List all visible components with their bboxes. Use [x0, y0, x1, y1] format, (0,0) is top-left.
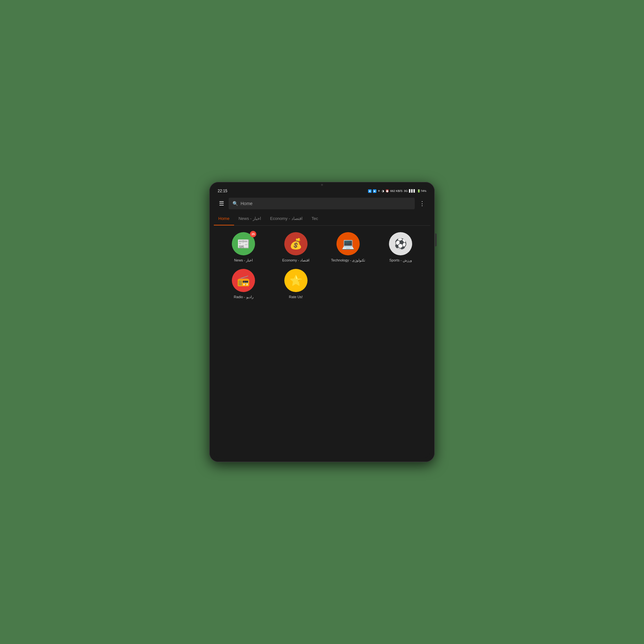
radio-label: Radio - رادیو [234, 295, 253, 299]
status-indicator-1: ■ [368, 189, 372, 193]
search-bar[interactable]: 🔍 Home [229, 198, 415, 209]
technology-label: Technology - تکنولوژی [331, 258, 365, 262]
status-bar: 22:15 ■ ■ ✳ ◑ ⏰ 662 KB/S 3G ▋▋▋ 🔋74% [214, 186, 430, 195]
news-icon-circle: 📰 25 [232, 232, 255, 255]
tablet-screen: 22:15 ■ ■ ✳ ◑ ⏰ 662 KB/S 3G ▋▋▋ 🔋74% ☰ 🔍… [214, 186, 430, 458]
economy-icon-item[interactable]: 💰 Economy - اقتصاد [271, 232, 321, 262]
speed-text: 662 KB/S [390, 189, 403, 193]
technology-icon-circle: 💻 [336, 232, 360, 255]
news-icon-item[interactable]: 📰 25 News - اخبار [219, 232, 268, 262]
news-label: News - اخبار [234, 258, 253, 262]
camera-notch [321, 184, 323, 186]
rate-icon-item[interactable]: ⭐ Rate Us! [271, 269, 321, 299]
search-icon: 🔍 [232, 201, 238, 206]
rate-label: Rate Us! [289, 295, 303, 299]
sports-label: Sports - ورزش [389, 258, 412, 262]
tablet-device: 22:15 ■ ■ ✳ ◑ ⏰ 662 KB/S 3G ▋▋▋ 🔋74% ☰ 🔍… [209, 182, 435, 462]
status-icons: ■ ■ ✳ ◑ ⏰ 662 KB/S 3G ▋▋▋ 🔋74% [368, 189, 426, 193]
battery-icon: 🔋74% [417, 189, 426, 193]
radio-icon-circle: 📻 [232, 269, 255, 292]
sports-icon-circle: ⚽ [389, 232, 412, 255]
icon-grid-row1: 📰 25 News - اخبار 💰 Economy - اقتصاد 💻 [219, 232, 425, 262]
status-time: 22:15 [218, 189, 227, 193]
economy-icon: 💰 [289, 238, 302, 250]
sports-icon: ⚽ [394, 238, 407, 250]
network-type: 3G [404, 189, 408, 193]
tab-bar: Home News - اخبار Economy - اقتصاد Tec [214, 212, 430, 226]
bluetooth-icon: ✳ [378, 189, 380, 193]
technology-icon: 💻 [342, 238, 355, 250]
economy-label: Economy - اقتصاد [282, 258, 309, 262]
search-placeholder: Home [241, 201, 252, 206]
rate-icon-circle: ⭐ [284, 269, 308, 292]
radio-icon: 📻 [237, 274, 250, 287]
tab-tech[interactable]: Tec [307, 212, 323, 225]
news-badge: 25 [250, 231, 256, 237]
economy-icon-circle: 💰 [284, 232, 308, 255]
tab-home[interactable]: Home [214, 212, 234, 225]
moon-icon: ◑ [382, 189, 384, 193]
menu-icon[interactable]: ☰ [218, 199, 225, 208]
tab-economy[interactable]: Economy - اقتصاد [266, 212, 307, 225]
icon-grid-row2: 📻 Radio - رادیو ⭐ Rate Us! [219, 269, 425, 299]
more-options-icon[interactable]: ⋮ [418, 199, 426, 208]
status-indicator-2: ■ [373, 189, 376, 193]
signal-bars: ▋▋▋ [409, 189, 416, 193]
radio-icon-item[interactable]: 📻 Radio - رادیو [219, 269, 268, 299]
sports-icon-item[interactable]: ⚽ Sports - ورزش [376, 232, 425, 262]
app-bar: ☰ 🔍 Home ⋮ [214, 195, 430, 212]
alarm-icon: ⏰ [385, 189, 389, 193]
content-area: 📰 25 News - اخبار 💰 Economy - اقتصاد 💻 [214, 226, 430, 458]
news-icon: 📰 [237, 238, 250, 250]
side-button [435, 233, 437, 246]
tab-news[interactable]: News - اخبار [234, 212, 266, 225]
technology-icon-item[interactable]: 💻 Technology - تکنولوژی [324, 232, 373, 262]
star-icon: ⭐ [289, 274, 302, 287]
